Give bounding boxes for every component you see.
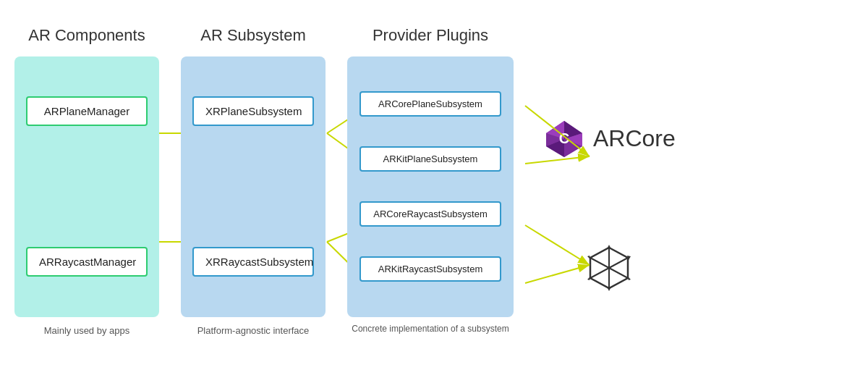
ar-subsystem-title: AR Subsystem [200, 26, 306, 45]
svg-marker-26 [607, 245, 611, 249]
provider-plugins-column: Provider Plugins ARCorePlaneSubsystem AR… [347, 26, 514, 335]
arkit-plane-subsystem-box: ARKitPlaneSubsystem [359, 146, 501, 172]
arcore-plane-subsystem-label: ARCorePlaneSubsystem [378, 98, 482, 109]
ar-plane-manager-label: ARPlaneManager [44, 105, 129, 117]
ar-subsystem-footer: Platform-agnostic interface [197, 324, 310, 337]
provider-plugins-footer: Concrete implementation of a subsystem [352, 323, 509, 335]
logos-area: C ARCore [542, 75, 676, 336]
provider-plugins-box: ARCorePlaneSubsystem ARKitPlaneSubsystem… [347, 56, 514, 317]
ar-components-footer: Mainly used by apps [44, 324, 130, 337]
provider-footer-text: Concrete implementation of a subsystem [352, 324, 509, 334]
svg-line-24 [609, 268, 628, 278]
arcore-raycast-subsystem-label: ARCoreRaycastSubsystem [373, 209, 488, 219]
svg-line-25 [590, 268, 609, 278]
ar-components-box: ARPlaneManager ARRaycastManager [14, 56, 159, 317]
ar-subsystem-column: AR Subsystem XRPlaneSubsystem XRRaycastS… [181, 26, 326, 337]
xr-plane-subsystem-label: XRPlaneSubsystem [205, 105, 302, 117]
arkit-hex-icon [586, 245, 632, 291]
svg-line-22 [590, 258, 609, 268]
ar-raycast-manager-label: ARRaycastManager [39, 256, 136, 268]
arkit-logo-group [586, 245, 632, 294]
arkit-plane-subsystem-label: ARKitPlaneSubsystem [383, 154, 478, 164]
svg-line-21 [609, 258, 628, 268]
arcore-gem-icon: C [542, 117, 586, 161]
arcore-text: ARCore [593, 125, 676, 152]
xr-raycast-subsystem-label: XRRaycastSubsystem [205, 256, 313, 268]
arkit-raycast-subsystem-box: ARKitRaycastSubsystem [359, 256, 501, 282]
ar-components-title: AR Components [28, 26, 145, 45]
xr-raycast-subsystem-box: XRRaycastSubsystem [192, 247, 314, 277]
ar-components-column: AR Components ARPlaneManager ARRaycastMa… [14, 26, 159, 337]
diagram: AR Components ARPlaneManager ARRaycastMa… [14, 12, 854, 359]
xr-plane-subsystem-box: XRPlaneSubsystem [192, 96, 314, 126]
svg-marker-29 [607, 287, 611, 291]
provider-plugins-title: Provider Plugins [373, 26, 488, 45]
arcore-raycast-subsystem-box: ARCoreRaycastSubsystem [359, 201, 501, 227]
arcore-logo-group: C ARCore [542, 117, 676, 161]
arkit-raycast-subsystem-label: ARKitRaycastSubsystem [378, 264, 483, 274]
arcore-plane-subsystem-box: ARCorePlaneSubsystem [359, 91, 501, 117]
ar-raycast-manager-box: ARRaycastManager [26, 247, 148, 277]
ar-plane-manager-box: ARPlaneManager [26, 96, 148, 126]
svg-text:C: C [559, 130, 569, 146]
ar-subsystem-box: XRPlaneSubsystem XRRaycastSubsystem [181, 56, 326, 317]
